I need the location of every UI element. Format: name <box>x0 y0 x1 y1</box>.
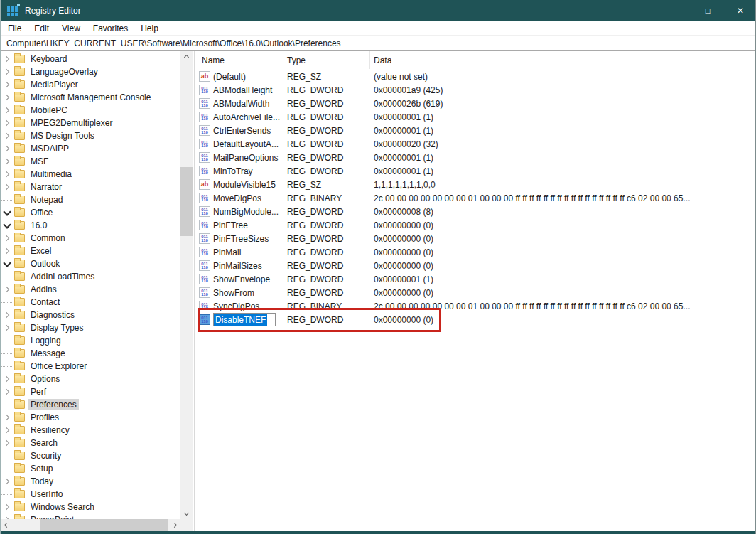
tree-expander-icon[interactable] <box>1 513 14 519</box>
tree-expander-icon[interactable] <box>1 53 14 65</box>
tree-item[interactable]: Today <box>1 475 180 488</box>
tree-item[interactable]: Office <box>1 206 180 219</box>
tree-expander-icon[interactable] <box>1 232 14 245</box>
column-header[interactable]: Name <box>199 51 281 69</box>
tree-expander-icon[interactable] <box>1 129 14 142</box>
tree-expander-icon[interactable] <box>1 360 14 373</box>
tree-expander-icon[interactable] <box>1 245 14 257</box>
tree-item[interactable]: Setup <box>1 462 180 475</box>
tree-item[interactable]: MediaPlayer <box>1 78 180 91</box>
scroll-down-icon[interactable] <box>180 507 193 519</box>
tree-item[interactable]: PowerPoint <box>1 513 180 519</box>
table-row[interactable]: PinFTreeSizes REG_DWORD 0x00000000 (0) <box>195 232 756 245</box>
tree-expander-icon[interactable] <box>1 501 14 513</box>
table-row[interactable]: NumBigModule... REG_DWORD 0x00000008 (8) <box>195 205 756 218</box>
table-row[interactable]: AutoArchiveFile... REG_DWORD 0x00000001 … <box>195 110 756 124</box>
vertical-scroll-thumb[interactable] <box>180 167 193 236</box>
rename-input[interactable]: DisableTNEF <box>213 313 276 326</box>
table-row[interactable]: SyncDlgPos REG_BINARY 2c 00 00 00 00 00 … <box>195 299 756 313</box>
tree-expander-icon[interactable] <box>1 488 14 501</box>
tree-item[interactable]: UserInfo <box>1 488 180 501</box>
table-row[interactable]: ABModalWidth REG_DWORD 0x0000026b (619) <box>195 97 756 110</box>
tree-expander-icon[interactable] <box>1 385 14 398</box>
tree-item[interactable]: LanguageOverlay <box>1 65 180 78</box>
tree-expander-icon[interactable] <box>1 270 14 283</box>
tree-expander-icon[interactable] <box>1 219 14 232</box>
table-row[interactable]: CtrlEnterSends REG_DWORD 0x00000001 (1) <box>195 124 756 137</box>
tree-expander-icon[interactable] <box>1 321 14 334</box>
table-row[interactable]: ShowEnvelope REG_DWORD 0x00000001 (1) <box>195 272 756 286</box>
tree-expander-icon[interactable] <box>1 206 14 219</box>
tree-item[interactable]: Security <box>1 449 180 462</box>
tree-expander-icon[interactable] <box>1 168 14 181</box>
maximize-icon[interactable]: □ <box>691 0 724 21</box>
tree-expander-icon[interactable] <box>1 78 14 91</box>
tree-expander-icon[interactable] <box>1 142 14 155</box>
tree-item[interactable]: Windows Search <box>1 501 180 513</box>
tree-item[interactable]: MPEG2Demultiplexer <box>1 117 180 129</box>
tree-item[interactable]: Diagnostics <box>1 309 180 321</box>
tree-expander-icon[interactable] <box>1 347 14 360</box>
tree-expander-icon[interactable] <box>1 373 14 385</box>
tree-vertical-scrollbar[interactable] <box>180 51 193 519</box>
table-row[interactable]: DisableTNEF REG_DWORD 0x00000000 (0) <box>195 313 756 326</box>
column-header[interactable]: Data <box>370 51 686 69</box>
table-row[interactable]: MinToTray REG_DWORD 0x00000001 (1) <box>195 164 756 178</box>
tree-expander-icon[interactable] <box>1 193 14 206</box>
tree-horizontal-scrollbar[interactable] <box>1 519 180 531</box>
table-row[interactable]: MoveDlgPos REG_BINARY 2c 00 00 00 00 00 … <box>195 191 756 205</box>
tree-item[interactable]: Addins <box>1 283 180 296</box>
table-row[interactable]: ShowFrom REG_DWORD 0x00000000 (0) <box>195 286 756 299</box>
tree-expander-icon[interactable] <box>1 283 14 296</box>
table-row[interactable]: ABModalHeight REG_DWORD 0x000001a9 (425) <box>195 83 756 97</box>
table-row[interactable]: DefaultLayoutA... REG_DWORD 0x00000020 (… <box>195 137 756 151</box>
tree-item[interactable]: Profiles <box>1 411 180 424</box>
table-row[interactable]: ModuleVisible15 REG_SZ 1,1,1,1,1,1,1,0,0 <box>195 178 756 191</box>
table-row[interactable]: PinFTree REG_DWORD 0x00000000 (0) <box>195 218 756 232</box>
tree-item[interactable]: 16.0 <box>1 219 180 232</box>
tree-item[interactable]: Microsoft Management Console <box>1 91 180 104</box>
tree-item[interactable]: Common <box>1 232 180 245</box>
scroll-up-icon[interactable] <box>180 51 193 63</box>
tree-item[interactable]: AddInLoadTimes <box>1 270 180 283</box>
tree-item[interactable]: Resiliency <box>1 424 180 437</box>
tree-item[interactable]: Logging <box>1 334 180 347</box>
horizontal-scroll-thumb[interactable] <box>40 519 169 531</box>
tree-expander-icon[interactable] <box>1 296 14 309</box>
tree-expander-icon[interactable] <box>1 257 14 270</box>
menu-item[interactable]: View <box>55 22 87 35</box>
tree-item[interactable]: Contact <box>1 296 180 309</box>
tree-expander-icon[interactable] <box>1 449 14 462</box>
registry-editor-icon[interactable] <box>7 6 18 16</box>
tree-expander-icon[interactable] <box>1 475 14 488</box>
tree-expander-icon[interactable] <box>1 65 14 78</box>
tree-item[interactable]: Excel <box>1 245 180 257</box>
tree-item[interactable]: Multimedia <box>1 168 180 181</box>
tree-item[interactable]: Perf <box>1 385 180 398</box>
tree-item[interactable]: MobilePC <box>1 104 180 117</box>
menu-item[interactable]: File <box>1 22 28 35</box>
tree-item[interactable]: MSF <box>1 155 180 168</box>
tree-expander-icon[interactable] <box>1 104 14 117</box>
tree-item[interactable]: Display Types <box>1 321 180 334</box>
tree-expander-icon[interactable] <box>1 462 14 475</box>
tree-item[interactable]: Search <box>1 437 180 449</box>
table-row[interactable]: MailPaneOptions REG_DWORD 0x00000001 (1) <box>195 151 756 164</box>
tree-item[interactable]: Office Explorer <box>1 360 180 373</box>
tree-item[interactable]: MSDAIPP <box>1 142 180 155</box>
tree-expander-icon[interactable] <box>1 437 14 449</box>
table-row[interactable]: PinMailSizes REG_DWORD 0x00000000 (0) <box>195 259 756 272</box>
tree-item[interactable]: Narrator <box>1 181 180 193</box>
menu-item[interactable]: Favorites <box>87 22 134 35</box>
tree-expander-icon[interactable] <box>1 424 14 437</box>
tree-item[interactable]: Message <box>1 347 180 360</box>
tree-expander-icon[interactable] <box>1 181 14 193</box>
tree-item[interactable]: Notepad <box>1 193 180 206</box>
scroll-right-icon[interactable] <box>168 519 180 531</box>
tree-item[interactable]: MS Design Tools <box>1 129 180 142</box>
tree-expander-icon[interactable] <box>1 411 14 424</box>
address-bar[interactable]: Computer\HKEY_CURRENT_USER\Software\Micr… <box>1 36 756 51</box>
tree-expander-icon[interactable] <box>1 155 14 168</box>
table-row[interactable]: (Default) REG_SZ (value not set) <box>195 70 756 83</box>
table-row[interactable]: PinMail REG_DWORD 0x00000000 (0) <box>195 245 756 259</box>
